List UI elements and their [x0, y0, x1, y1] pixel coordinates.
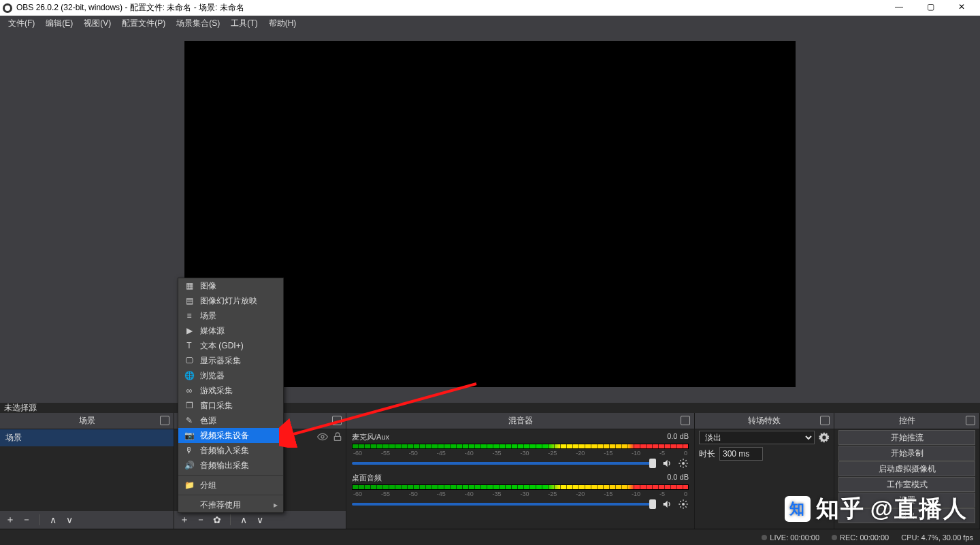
- context-item-label: 图像: [200, 280, 216, 292]
- context-menu-item[interactable]: 🌐浏览器: [178, 368, 283, 383]
- gear-icon[interactable]: [819, 432, 830, 443]
- popout-icon[interactable]: [160, 416, 169, 425]
- scenes-title: 场景: [79, 415, 95, 427]
- speaker-icon[interactable]: [662, 458, 672, 469]
- scene-down-button[interactable]: ∨: [63, 514, 76, 525]
- meter-ticks: -60-55-50-45-40-35-30-25-20-15-10-50: [352, 450, 689, 457]
- mixer-body: 麦克风/Aux0.0 dB -60-55-50-45-40-35-30-25-2…: [346, 429, 694, 529]
- watermark-text: @直播人: [870, 493, 968, 525]
- controls-title: 控件: [899, 415, 915, 427]
- control-button[interactable]: 启动虚拟摄像机: [838, 461, 975, 476]
- menu-item[interactable]: 帮助(H): [263, 16, 302, 31]
- window-title: OBS 26.0.2 (32-bit, windows) - 配置文件: 未命名…: [16, 2, 244, 14]
- menu-item[interactable]: 视图(V): [78, 16, 116, 31]
- context-menu-item[interactable]: ▶媒体源: [178, 323, 283, 338]
- context-menu-item[interactable]: T文本 (GDI+): [178, 338, 283, 353]
- sources-toolbar: ＋ － ✿ ∧ ∨: [174, 511, 346, 529]
- context-item-label: 图像幻灯片放映: [200, 295, 257, 307]
- context-item-label: 视频采集设备: [200, 430, 249, 442]
- vu-meter: [352, 444, 689, 449]
- control-button[interactable]: 工作室模式: [838, 477, 975, 492]
- mixer-header: 混音器: [346, 413, 694, 429]
- svg-point-0: [321, 435, 324, 438]
- svg-rect-1: [334, 436, 340, 440]
- channel-name: 麦克风/Aux: [352, 432, 389, 442]
- context-menu-item[interactable]: 🔊音频输出采集: [178, 458, 283, 473]
- svg-point-3: [682, 503, 685, 506]
- maximize-button[interactable]: ▢: [915, 0, 946, 16]
- no-source-label: 未选择源: [0, 403, 980, 413]
- speaker-icon: 🔊: [184, 460, 195, 471]
- context-menu-item[interactable]: ✎色源: [178, 413, 283, 428]
- eye-icon[interactable]: [317, 431, 328, 442]
- popout-icon[interactable]: [332, 416, 342, 425]
- meter-ticks: -60-55-50-45-40-35-30-25-20-15-10-50: [352, 491, 689, 497]
- context-menu-item[interactable]: 🎙音频输入采集: [178, 443, 283, 458]
- close-button[interactable]: ✕: [946, 0, 977, 16]
- remove-scene-button[interactable]: －: [20, 514, 33, 526]
- context-menu-item[interactable]: 📷视频采集设备: [178, 428, 283, 443]
- menu-item[interactable]: 文件(F): [3, 16, 40, 31]
- context-item-label: 音频输入采集: [200, 445, 249, 457]
- channel-db: 0.0 dB: [667, 432, 689, 442]
- add-scene-button[interactable]: ＋: [4, 514, 16, 526]
- menu-item[interactable]: 场景集合(S): [171, 16, 225, 31]
- context-menu-item[interactable]: ▦图像: [178, 278, 283, 293]
- context-item-label: 浏览器: [200, 370, 225, 382]
- scene-icon: ≡: [184, 310, 195, 321]
- source-up-button[interactable]: ∧: [238, 514, 250, 525]
- scene-item[interactable]: 场景: [0, 429, 174, 446]
- mixer-panel: 混音器 麦克风/Aux0.0 dB -60-55-50-45-40-35-30-…: [346, 413, 695, 529]
- minimize-button[interactable]: —: [883, 0, 915, 16]
- duration-label: 时长: [699, 448, 715, 460]
- volume-slider[interactable]: [352, 503, 656, 506]
- transitions-header: 转场特效: [695, 413, 834, 429]
- source-down-button[interactable]: ∨: [254, 514, 266, 525]
- context-item-label: 媒体源: [200, 325, 225, 337]
- watermark: 知 知乎 @直播人: [785, 493, 968, 525]
- context-menu-item[interactable]: ❐窗口采集: [178, 398, 283, 413]
- volume-slider[interactable]: [352, 462, 656, 465]
- menu-item[interactable]: 工具(T): [225, 16, 263, 31]
- context-menu-item[interactable]: ▤图像幻灯片放映: [178, 293, 283, 308]
- remove-source-button[interactable]: －: [195, 514, 207, 526]
- context-menu-item[interactable]: 🖵显示器采集: [178, 353, 283, 368]
- scenes-body[interactable]: 场景: [0, 429, 174, 511]
- scenes-toolbar: ＋ － ∧ ∨: [0, 511, 174, 529]
- window-titlebar: OBS 26.0.2 (32-bit, windows) - 配置文件: 未命名…: [0, 0, 980, 16]
- speaker-icon[interactable]: [662, 499, 672, 510]
- play-icon: ▶: [184, 325, 195, 336]
- app-icon: [3, 3, 12, 13]
- menu-item[interactable]: 配置文件(P): [116, 16, 171, 31]
- globe-icon: 🌐: [184, 370, 195, 381]
- popout-icon[interactable]: [966, 416, 975, 425]
- context-menu-item[interactable]: ∞游戏采集: [178, 383, 283, 398]
- context-item-label: 游戏采集: [200, 385, 233, 397]
- control-button[interactable]: 开始推流: [838, 430, 975, 445]
- context-item-label: 文本 (GDI+): [200, 340, 244, 352]
- blank-icon: [184, 499, 195, 510]
- folder-icon: 📁: [184, 480, 195, 491]
- popout-icon[interactable]: [820, 416, 830, 425]
- gear-icon[interactable]: [678, 499, 689, 510]
- chevron-right-icon: ▸: [274, 500, 278, 510]
- source-props-button[interactable]: ✿: [211, 514, 223, 525]
- context-menu-item[interactable]: ≡场景: [178, 308, 283, 323]
- menu-item[interactable]: 编辑(E): [40, 16, 78, 31]
- add-source-context-menu[interactable]: ▦图像▤图像幻灯片放映≡场景▶媒体源T文本 (GDI+)🖵显示器采集🌐浏览器∞游…: [178, 278, 284, 513]
- zhihu-logo-icon: 知: [785, 496, 811, 522]
- transition-select[interactable]: 淡出: [699, 431, 815, 444]
- channel-db: 0.0 dB: [667, 473, 689, 483]
- control-button[interactable]: 开始录制: [838, 446, 975, 461]
- popout-icon[interactable]: [681, 416, 690, 425]
- mixer-title: 混音器: [508, 415, 533, 427]
- duration-input[interactable]: [719, 447, 763, 461]
- context-menu-item[interactable]: 📁分组: [178, 478, 283, 493]
- scene-up-button[interactable]: ∧: [47, 514, 59, 525]
- brush-icon: ✎: [184, 415, 195, 426]
- add-source-button[interactable]: ＋: [178, 514, 191, 526]
- mixer-channel: 桌面音频0.0 dB -60-55-50-45-40-35-30-25-20-1…: [346, 470, 694, 511]
- gear-icon[interactable]: [678, 458, 689, 469]
- context-menu-item[interactable]: 不推荐使用▸: [178, 497, 283, 512]
- lock-icon[interactable]: [332, 431, 343, 442]
